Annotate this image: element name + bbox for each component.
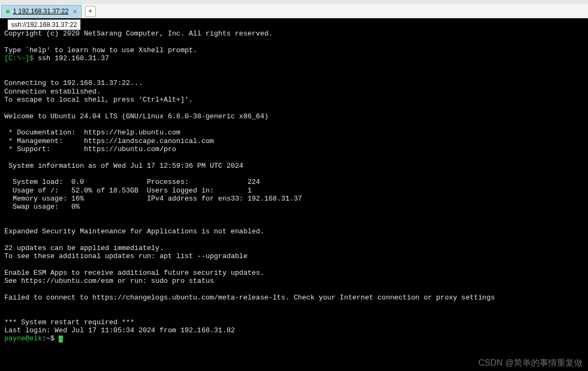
term-line: Connection established. (4, 88, 101, 96)
term-line: Failed to connect to https://changelogs.… (4, 294, 495, 302)
term-line: Welcome to Ubuntu 24.04 LTS (GNU/Linux 6… (4, 112, 268, 120)
term-line: Enable ESM Apps to receive additional fu… (4, 269, 264, 277)
tab-bar: 1 192.168.31.37:22 × + (0, 4, 588, 18)
term-line: To escape to local shell, press 'Ctrl+Al… (4, 96, 193, 104)
ssh-command: ssh 192.168.31.37 (38, 54, 109, 62)
add-tab-button[interactable]: + (85, 6, 96, 17)
tab-label: 1 192.168.31.37:22 (13, 8, 68, 15)
term-line: Connecting to 192.168.31.37:22... (4, 79, 142, 87)
term-line: System load: 0.0 Processes: 224 (4, 178, 260, 186)
term-line: *** System restart required *** (4, 318, 134, 326)
term-line: Copyright (c) 2020 NetSarang Computer, I… (4, 30, 273, 38)
remote-prompt-user: payne@elk (4, 334, 42, 343)
session-tab[interactable]: 1 192.168.31.37:22 × (1, 5, 82, 18)
term-line: Expanded Security Maintenance for Applic… (4, 227, 264, 236)
status-dot-icon (6, 10, 10, 13)
term-line: * Management: https://landscape.canonica… (4, 137, 214, 145)
term-line: Last login: Wed Jul 17 11:05:34 2024 fro… (4, 326, 235, 334)
term-line: * Documentation: https://help.ubuntu.com (4, 129, 181, 137)
title-strip (0, 0, 588, 4)
cursor-icon (59, 336, 63, 343)
remote-prompt-path: :~$ (42, 334, 59, 343)
term-line: To see these additional updates run: apt… (4, 252, 247, 260)
term-line: Usage of /: 52.0% of 18.53GB Users logge… (4, 187, 252, 195)
term-line: Type `help' to learn how to use Xshell p… (4, 46, 197, 54)
term-line: * Support: https://ubuntu.com/pro (4, 145, 176, 153)
terminal[interactable]: ) Copyright (c) 2020 NetSarang Computer,… (0, 18, 588, 371)
term-line: Swap usage: 0% (4, 203, 80, 211)
term-line: System information as of Wed Jul 17 12:5… (4, 162, 243, 170)
term-line: 22 updates can be applied immediately. (4, 244, 163, 252)
term-line: Memory usage: 16% IPv4 address for ens33… (4, 195, 302, 203)
tab-tooltip: ssh://192.168.31.37:22 (8, 19, 81, 30)
term-line: See https://ubuntu.com/esm or run: sudo … (4, 277, 214, 285)
close-icon[interactable]: × (73, 8, 77, 16)
local-prompt: [C:\~]$ (4, 54, 38, 62)
